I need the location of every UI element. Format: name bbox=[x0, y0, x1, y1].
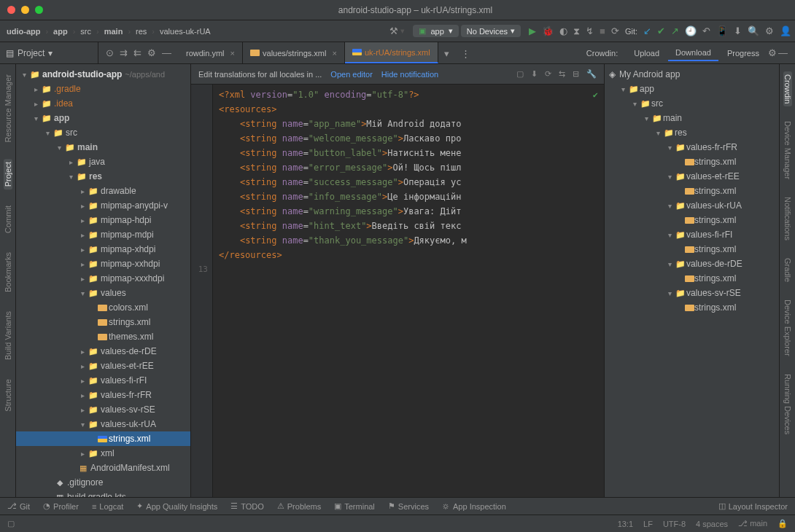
device-manager-tool[interactable]: Device Manager bbox=[783, 118, 792, 182]
device-selector[interactable]: No Devices ▾ bbox=[461, 25, 521, 37]
caret-position[interactable]: 13:1 bbox=[618, 520, 633, 528]
crowdin-file[interactable]: strings.xml bbox=[605, 300, 779, 315]
crowdin-res[interactable]: ▾📁res bbox=[605, 125, 779, 140]
vcs-commit-icon[interactable]: ✔ bbox=[657, 26, 665, 36]
vcs-history-icon[interactable]: 🕘 bbox=[685, 26, 697, 36]
tree-mipmap[interactable]: ▸📁mipmap-hdpi bbox=[16, 213, 190, 227]
crowdin-file[interactable]: strings.xml bbox=[605, 154, 779, 169]
tree-mipmap[interactable]: ▸📁mipmap-xxhdpi bbox=[16, 257, 190, 271]
tree-root[interactable]: ▾📁 android-studio-app ~/apps/and bbox=[16, 67, 190, 82]
tree-drawable[interactable]: ▸📁drawable bbox=[16, 184, 190, 198]
structure-tool[interactable]: Structure bbox=[4, 376, 12, 415]
tree-xml[interactable]: ▸📁xml bbox=[16, 446, 190, 461]
crowdin-project[interactable]: ◈My Android app bbox=[605, 67, 779, 82]
locate-icon[interactable]: ⊙ bbox=[106, 47, 114, 58]
vcs-update-icon[interactable]: ↙ bbox=[643, 26, 651, 36]
tree-themes-xml[interactable]: themes.xml bbox=[16, 329, 190, 344]
tree-mipmap[interactable]: ▸📁mipmap-xxxhdpi bbox=[16, 271, 190, 286]
commit-tool[interactable]: Commit bbox=[4, 203, 12, 236]
tree-manifest[interactable]: ▦AndroidManifest.xml bbox=[16, 461, 190, 475]
tab-crowdin-yml[interactable]: rowdin.yml× bbox=[179, 42, 243, 63]
settings-icon[interactable]: ⚙ bbox=[765, 26, 774, 36]
download-icon[interactable]: ⬇ bbox=[531, 69, 538, 79]
refresh-icon[interactable]: ⟳ bbox=[545, 69, 551, 79]
coverage-icon[interactable]: ◐ bbox=[559, 26, 567, 36]
close-icon[interactable]: × bbox=[230, 49, 235, 58]
crowdin-tool[interactable]: Crowdin bbox=[783, 71, 792, 106]
crowdin-locale[interactable]: ▾📁values-de-rDE bbox=[605, 257, 779, 271]
sync-icon[interactable]: ⟳ bbox=[611, 26, 619, 36]
tree-src[interactable]: ▾📁src bbox=[16, 125, 190, 140]
file-encoding[interactable]: UTF-8 bbox=[663, 520, 686, 528]
device-explorer-tool[interactable]: Device Explorer bbox=[783, 297, 792, 359]
crowdin-app[interactable]: ▾📁app bbox=[605, 82, 779, 96]
vcs-push-icon[interactable]: ↗ bbox=[671, 26, 679, 36]
maximize-window[interactable] bbox=[35, 6, 43, 14]
tree-build-kts[interactable]: ▦build.gradle.kts bbox=[16, 490, 190, 497]
notifications-tool[interactable]: Notifications bbox=[783, 194, 792, 243]
bookmarks-tool[interactable]: Bookmarks bbox=[4, 249, 12, 295]
project-tree[interactable]: ▾📁 android-studio-app ~/apps/and ▸📁.grad… bbox=[16, 64, 191, 497]
crowdin-locale[interactable]: ▾📁values-uk-rUA bbox=[605, 198, 779, 213]
tree-values-fr[interactable]: ▸📁values-fr-rFR bbox=[16, 388, 190, 402]
tree-idea[interactable]: ▸📁.idea bbox=[16, 96, 190, 111]
diff-icon[interactable]: ⇆ bbox=[559, 69, 565, 79]
crowdin-upload-tab[interactable]: Upload bbox=[627, 46, 667, 60]
user-icon[interactable]: 👤 bbox=[780, 26, 791, 36]
tree-mipmap[interactable]: ▸📁mipmap-xhdpi bbox=[16, 242, 190, 257]
tree-app[interactable]: ▾📁app bbox=[16, 111, 190, 125]
crumb-res[interactable]: res bbox=[133, 26, 150, 37]
hammer-icon[interactable]: ⚒ bbox=[389, 26, 398, 36]
collapse-icon[interactable]: ⊟ bbox=[573, 69, 579, 79]
crowdin-download-tab[interactable]: Download bbox=[668, 45, 718, 61]
crowdin-file[interactable]: strings.xml bbox=[605, 213, 779, 227]
tree-java[interactable]: ▸📁java bbox=[16, 154, 190, 169]
collapse-icon[interactable]: ⇇ bbox=[133, 47, 141, 58]
crumb-src[interactable]: src bbox=[77, 26, 94, 37]
minimize-window[interactable] bbox=[21, 6, 29, 14]
tree-mipmap[interactable]: ▸📁mipmap-anydpi-v bbox=[16, 198, 190, 213]
hide-icon[interactable]: — bbox=[162, 47, 171, 58]
hide-icon[interactable]: — bbox=[778, 47, 788, 58]
expand-icon[interactable]: ⇉ bbox=[120, 47, 128, 58]
run-icon[interactable]: ▶ bbox=[529, 26, 536, 36]
run-config-selector[interactable]: ▣ app ▾ bbox=[413, 25, 458, 37]
tree-gradle[interactable]: ▸📁.gradle bbox=[16, 82, 190, 96]
stop-icon[interactable]: ■ bbox=[600, 26, 605, 36]
wrench-icon[interactable]: 🔧 bbox=[586, 69, 597, 79]
services-tool[interactable]: ⚑Services bbox=[388, 501, 429, 511]
crumb-app[interactable]: app bbox=[50, 26, 71, 37]
crowdin-file[interactable]: strings.xml bbox=[605, 242, 779, 257]
avd-icon[interactable]: 📱 bbox=[716, 26, 728, 36]
tree-strings-xml[interactable]: strings.xml bbox=[16, 315, 190, 329]
code-area[interactable]: ✔ <?xml version="1.0" encoding="utf-8"?>… bbox=[213, 85, 604, 497]
git-tool[interactable]: ⎇Git bbox=[7, 501, 30, 511]
close-icon[interactable]: × bbox=[332, 49, 336, 58]
gear-icon[interactable]: ⚙ bbox=[768, 47, 777, 58]
status-icon[interactable]: ▢ bbox=[7, 519, 15, 528]
gradle-tool[interactable]: Gradle bbox=[783, 255, 792, 285]
crowdin-src[interactable]: ▾📁src bbox=[605, 96, 779, 111]
crumb-project[interactable]: udio-app bbox=[4, 26, 43, 37]
project-view-selector[interactable]: ▤ Project ▾ bbox=[0, 42, 98, 63]
tree-values-fi[interactable]: ▸📁values-fi-rFI bbox=[16, 373, 190, 388]
tree-colors-xml[interactable]: colors.xml bbox=[16, 300, 190, 315]
todo-tool[interactable]: ☰TODO bbox=[230, 501, 264, 511]
hide-notification-link[interactable]: Hide notification bbox=[381, 70, 438, 79]
profiler-tool[interactable]: ◔Profiler bbox=[43, 501, 79, 511]
app-inspection-tool[interactable]: ⛭App Inspection bbox=[442, 502, 506, 511]
new-icon[interactable]: ▢ bbox=[516, 69, 524, 79]
tab-dropdown-icon[interactable]: ▾ bbox=[438, 42, 455, 63]
problems-tool[interactable]: ⚠Problems bbox=[277, 501, 321, 511]
gear-icon[interactable]: ⚙ bbox=[147, 47, 156, 58]
tree-gitignore[interactable]: ◆.gitignore bbox=[16, 475, 190, 490]
crowdin-progress-tab[interactable]: Progress bbox=[720, 46, 767, 60]
tree-values-de[interactable]: ▸📁values-de-rDE bbox=[16, 344, 190, 359]
crowdin-locale[interactable]: ▾📁values-fr-rFR bbox=[605, 140, 779, 154]
layout-inspector-tool[interactable]: ◫Layout Inspector bbox=[718, 501, 788, 511]
running-devices-tool[interactable]: Running Devices bbox=[783, 371, 792, 437]
tab-values-strings[interactable]: values/strings.xml× bbox=[243, 42, 345, 63]
tree-values-sv[interactable]: ▸📁values-sv-rSE bbox=[16, 402, 190, 417]
project-tool[interactable]: Project bbox=[4, 159, 12, 189]
tree-strings-uk[interactable]: strings.xml bbox=[16, 431, 190, 446]
